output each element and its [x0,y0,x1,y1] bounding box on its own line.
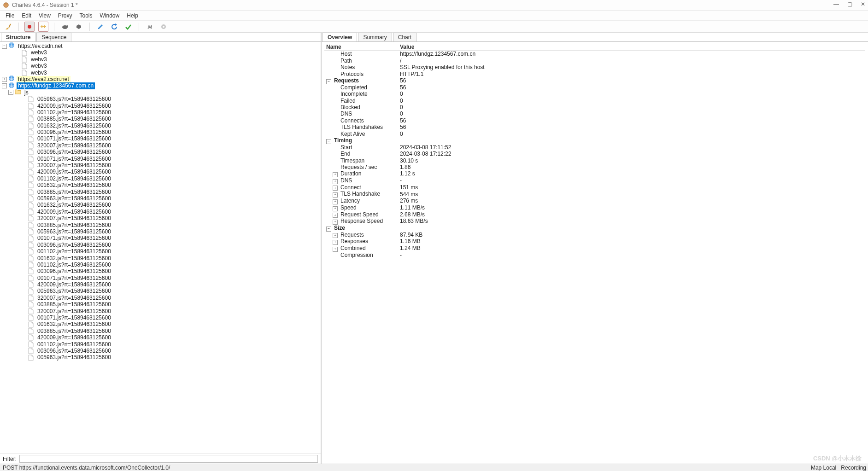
toggle-icon[interactable]: + [333,186,338,191]
prop-row[interactable]: +DNS- [324,177,865,184]
file-row[interactable]: 003885.js?rt=1589463125600 [0,328,321,334]
toggle-icon[interactable]: + [333,199,338,204]
toggle-icon[interactable]: − [326,139,331,144]
folder-row[interactable]: −js [0,89,321,96]
file-row[interactable]: 001102.js?rt=1589463125600 [0,262,321,268]
expander-icon[interactable]: + [2,77,7,82]
file-row[interactable]: 003885.js?rt=1589463125600 [0,301,321,308]
prop-row[interactable]: DNS0 [324,110,865,117]
pencil-icon[interactable] [95,22,106,32]
file-row[interactable]: 420009.js?rt=1589463125600 [0,103,321,109]
prop-row[interactable]: Kept Alive0 [324,131,865,137]
toggle-icon[interactable]: + [333,172,338,177]
prop-row[interactable]: Compression- [324,252,865,258]
file-row[interactable]: webv3 [0,49,321,56]
prop-row[interactable]: +Connect151 ms [324,184,865,191]
tab-structure[interactable]: Structure [1,33,35,41]
expander-icon[interactable]: − [2,44,7,49]
menu-tools[interactable]: Tools [77,12,95,20]
file-row[interactable]: 001632.js?rt=1589463125600 [0,321,321,327]
file-row[interactable]: 001632.js?rt=1589463125600 [0,255,321,262]
prop-row[interactable]: +TLS Handshake544 ms [324,191,865,198]
prop-row[interactable]: Requests / sec1.86 [324,164,865,170]
prop-row[interactable]: ProtocolsHTTP/1.1 [324,71,865,77]
filter-input[interactable] [19,455,318,463]
file-row[interactable]: 001071.js?rt=1589463125600 [0,275,321,281]
host-row[interactable]: −https://fundgz.1234567.com.cn [0,82,321,89]
host-row[interactable]: −https://ev.csdn.net [0,43,321,49]
menu-window[interactable]: Window [97,12,123,20]
file-row[interactable]: webv3 [0,56,321,63]
file-row[interactable]: 320007.js?rt=1589463125600 [0,215,321,221]
tab-chart[interactable]: Chart [393,33,416,41]
prop-row[interactable]: NotesSSL Proxying enabled for this host [324,64,865,70]
file-row[interactable]: 003885.js?rt=1589463125600 [0,116,321,122]
minimize-button[interactable]: — [833,1,839,7]
prop-row[interactable]: +Requests87.94 KB [324,232,865,238]
file-row[interactable]: 003096.js?rt=1589463125600 [0,242,321,248]
file-row[interactable]: 001071.js?rt=1589463125600 [0,314,321,321]
file-row[interactable]: 003885.js?rt=1589463125600 [0,189,321,195]
prop-row[interactable]: +Latency276 ms [324,198,865,204]
prop-row[interactable]: +Combined1.24 MB [324,245,865,252]
toggle-icon[interactable]: + [333,213,338,218]
file-row[interactable]: 001071.js?rt=1589463125600 [0,135,321,142]
breakpoints-icon[interactable] [74,22,84,32]
turtle-icon[interactable] [60,22,70,32]
file-row[interactable]: 005963.js?rt=1589463125600 [0,354,321,361]
file-row[interactable]: 001071.js?rt=1589463125600 [0,156,321,162]
file-row[interactable]: 005963.js?rt=1589463125600 [0,288,321,294]
prop-row[interactable]: +Response Speed18.63 MB/s [324,218,865,225]
prop-row[interactable]: +Duration1.12 s [324,170,865,177]
toggle-icon[interactable]: − [326,227,331,232]
prop-row[interactable]: Connects56 [324,117,865,124]
menu-edit[interactable]: Edit [19,12,34,20]
prop-row[interactable]: +Speed1.11 MB/s [324,204,865,211]
prop-row[interactable]: Incomplete0 [324,91,865,97]
prop-row[interactable]: −Requests56 [324,77,865,84]
close-button[interactable]: ✕ [861,1,865,7]
file-row[interactable]: 003096.js?rt=1589463125600 [0,129,321,135]
menu-file[interactable]: File [3,12,17,20]
file-row[interactable]: 001632.js?rt=1589463125600 [0,122,321,129]
file-row[interactable]: 420009.js?rt=1589463125600 [0,281,321,288]
broom-icon[interactable] [3,22,13,32]
status-maplocal[interactable]: Map Local [811,465,836,471]
toggle-icon[interactable]: + [333,192,338,198]
file-row[interactable]: 420009.js?rt=1589463125600 [0,169,321,175]
prop-row[interactable]: TLS Handshakes56 [324,124,865,130]
tools-icon[interactable] [145,22,155,32]
expander-icon[interactable]: − [8,90,13,95]
toggle-icon[interactable]: + [333,206,338,211]
col-name[interactable]: Name [324,44,398,51]
col-value[interactable]: Value [398,44,865,51]
file-row[interactable]: 320007.js?rt=1589463125600 [0,162,321,169]
file-row[interactable]: 420009.js?rt=1589463125600 [0,209,321,215]
file-row[interactable]: webv3 [0,63,321,69]
file-row[interactable]: 005963.js?rt=1589463125600 [0,96,321,102]
prop-row[interactable]: Failed0 [324,98,865,104]
host-tree[interactable]: −https://ev.csdn.netwebv3webv3webv3webv3… [0,42,321,454]
validate-icon[interactable] [123,22,133,32]
prop-row[interactable]: End2024-03-08 17:12:22 [324,151,865,157]
tab-sequence[interactable]: Sequence [36,33,71,41]
menu-help[interactable]: Help [124,12,141,20]
file-row[interactable]: 001632.js?rt=1589463125600 [0,202,321,208]
prop-row[interactable]: −Size [324,225,865,232]
tab-summary[interactable]: Summary [358,33,392,41]
file-row[interactable]: 420009.js?rt=1589463125600 [0,334,321,341]
file-row[interactable]: webv3 [0,70,321,76]
prop-row[interactable]: Blocked0 [324,104,865,110]
prop-row[interactable]: Hosthttps://fundgz.1234567.com.cn [324,51,865,58]
file-row[interactable]: 001102.js?rt=1589463125600 [0,175,321,182]
prop-row[interactable]: Start2024-03-08 17:11:52 [324,144,865,151]
file-row[interactable]: 005963.js?rt=1589463125600 [0,228,321,235]
tab-overview[interactable]: Overview [323,33,357,41]
file-row[interactable]: 003096.js?rt=1589463125600 [0,149,321,155]
toggle-icon[interactable]: + [333,220,338,225]
toggle-icon[interactable]: + [333,233,338,238]
file-row[interactable]: 001632.js?rt=1589463125600 [0,182,321,188]
file-row[interactable]: 003096.js?rt=1589463125600 [0,348,321,354]
host-row[interactable]: +https://eva2.csdn.net [0,76,321,82]
prop-row[interactable]: Path/ [324,58,865,64]
